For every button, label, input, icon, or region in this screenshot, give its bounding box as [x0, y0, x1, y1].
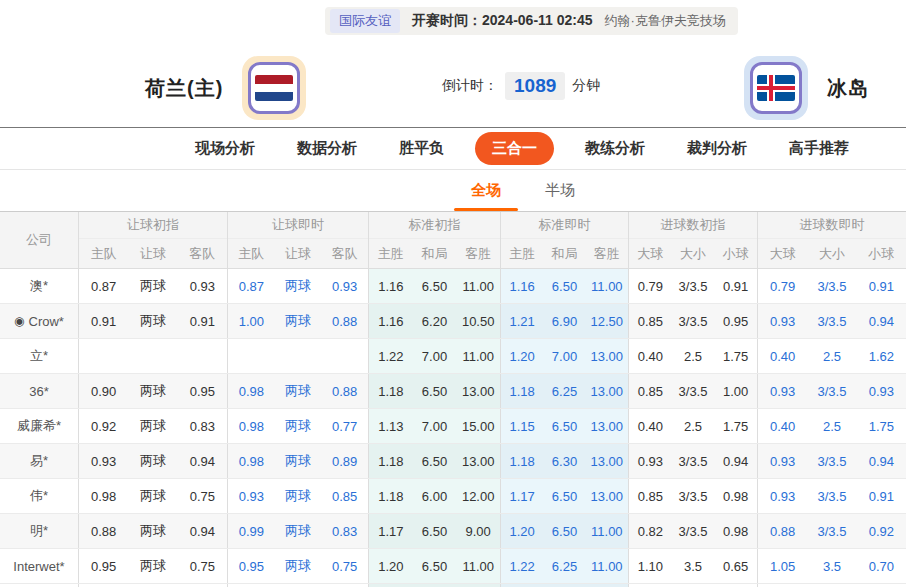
odds-cell: 1.18 [369, 374, 413, 408]
odds-cell: 6.50 [543, 514, 585, 548]
nav-tab-7[interactable]: 高手推荐 [768, 139, 870, 158]
nav-tab-2[interactable]: 数据分析 [276, 139, 378, 158]
odds-group: 0.99两球0.83 [227, 514, 368, 548]
header-group-label: 让球初指 [79, 212, 227, 239]
odds-cell: 0.87 [228, 269, 275, 303]
company-cell[interactable]: 威廉希* [0, 409, 78, 443]
subtab-1[interactable]: 全场 [449, 170, 523, 211]
odds-cell: 3/3.5 [672, 374, 715, 408]
countdown-label: 倒计时： [442, 77, 498, 95]
company-cell[interactable]: 澳* [0, 269, 78, 303]
header-subcols: 大球大小小球 [629, 239, 757, 268]
odds-cell: 0.79 [758, 269, 807, 303]
company-name: 36* [29, 384, 49, 399]
odds-cell: 0.94 [178, 514, 227, 548]
iceland-flag-frame [750, 62, 802, 114]
odds-cell: 6.25 [543, 374, 585, 408]
kickoff-time: 开赛时间：2024-06-11 02:45 [412, 12, 593, 30]
odds-group: 0.402.51.75 [628, 339, 757, 373]
nav-tab-4[interactable]: 三合一 [475, 132, 554, 165]
header-subcol: 小球 [857, 239, 906, 268]
odds-cell: 两球 [275, 479, 322, 513]
odds-cell: 0.87 [79, 269, 128, 303]
odds-group: 0.933/3.50.94 [757, 304, 906, 338]
odds-cell: 6.30 [543, 444, 585, 478]
odds-cell: 3/3.5 [672, 479, 715, 513]
odds-cell: 11.00 [586, 549, 628, 583]
iceland-flag [744, 56, 808, 120]
header-subcol: 客胜 [456, 239, 500, 268]
odds-cell: 0.91 [714, 269, 757, 303]
company-name: 明* [30, 522, 48, 540]
odds-cell: 0.99 [228, 514, 275, 548]
odds-cell: 0.93 [178, 269, 227, 303]
company-name: 威廉希* [17, 417, 61, 435]
odds-cell: 0.93 [857, 374, 906, 408]
odds-group: 0.793/3.50.91 [628, 269, 757, 303]
odds-cell: 0.94 [857, 304, 906, 338]
away-team-name: 冰岛 [827, 75, 869, 102]
header-subcols: 主队让球客队 [79, 239, 227, 268]
odds-group: 0.93两球0.94 [78, 444, 227, 478]
odds-group: 0.933/3.50.94 [628, 444, 757, 478]
odds-cell [228, 339, 275, 373]
odds-group: 0.402.51.62 [757, 339, 906, 373]
company-cell[interactable]: 36* [0, 374, 78, 408]
odds-cell: 0.93 [321, 269, 368, 303]
odds-cell: 0.98 [714, 479, 757, 513]
odds-cell: 3.5 [807, 549, 856, 583]
odds-cell: 0.95 [228, 549, 275, 583]
header-group-3: 标准初指主胜和局客胜 [368, 212, 500, 268]
odds-cell: 3/3.5 [807, 514, 856, 548]
company-cell[interactable]: Interwet* [0, 549, 78, 583]
company-cell[interactable]: ◉Crow* [0, 304, 78, 338]
nav-tab-6[interactable]: 裁判分析 [666, 139, 768, 158]
odds-cell: 6.00 [413, 479, 457, 513]
company-cell[interactable]: 立* [0, 339, 78, 373]
odds-cell: 11.00 [586, 514, 628, 548]
header-subcol: 大小 [807, 239, 856, 268]
odds-cell: 15.00 [456, 409, 500, 443]
odds-group: 0.853/3.50.95 [628, 304, 757, 338]
odds-cell: 13.00 [456, 374, 500, 408]
odds-cell: 2.5 [672, 339, 715, 373]
odds-cell: 0.98 [228, 374, 275, 408]
league-badge: 国际友谊 [330, 9, 400, 33]
subtab-2[interactable]: 半场 [523, 170, 597, 211]
header-group-label: 进球数即时 [758, 212, 906, 239]
nav-tab-1[interactable]: 现场分析 [174, 139, 276, 158]
company-cell[interactable]: 明* [0, 514, 78, 548]
company-cell[interactable]: 易* [0, 444, 78, 478]
header-subcol: 客队 [178, 239, 227, 268]
odds-cell: 3/3.5 [672, 269, 715, 303]
table-row: ◉Crow*0.91两球0.911.00两球0.881.166.2010.501… [0, 304, 906, 339]
odds-cell: 1.20 [501, 514, 543, 548]
away-team-block: 冰岛 [744, 56, 869, 120]
odds-cell: 0.94 [714, 444, 757, 478]
odds-cell: 13.00 [456, 444, 500, 478]
table-row: 立*1.227.0011.001.207.0013.000.402.51.750… [0, 339, 906, 374]
odds-group: 1.186.5013.00 [368, 374, 500, 408]
kickoff-label: 开赛时间： [412, 12, 482, 28]
table-row: 36*0.90两球0.950.98两球0.881.186.5013.001.18… [0, 374, 906, 409]
odds-group: 0.933/3.50.94 [757, 444, 906, 478]
nav-tab-5[interactable]: 教练分析 [564, 139, 666, 158]
odds-cell: 0.98 [79, 479, 128, 513]
odds-cell: 0.79 [629, 269, 672, 303]
odds-cell: 6.90 [543, 304, 585, 338]
header-subcol: 主队 [79, 239, 128, 268]
odds-cell: 1.22 [501, 549, 543, 583]
header-subcol: 主队 [228, 239, 275, 268]
company-cell[interactable]: 伟* [0, 479, 78, 513]
odds-cell: 1.17 [501, 479, 543, 513]
match-header: 国际友谊 开赛时间：2024-06-11 02:45 约翰·克鲁伊夫竞技场 荷兰… [0, 0, 906, 127]
odds-cell: 3/3.5 [807, 374, 856, 408]
odds-group: 1.206.5011.00 [368, 549, 500, 583]
odds-group: 1.207.0013.00 [500, 339, 628, 373]
odds-group [78, 339, 227, 373]
nav-tab-3[interactable]: 胜平负 [378, 139, 465, 158]
odds-group: 0.98两球0.77 [227, 409, 368, 443]
odds-cell: 0.40 [758, 409, 807, 443]
header-group-4: 标准即时主胜和局客胜 [500, 212, 628, 268]
odds-cell: 0.85 [629, 479, 672, 513]
